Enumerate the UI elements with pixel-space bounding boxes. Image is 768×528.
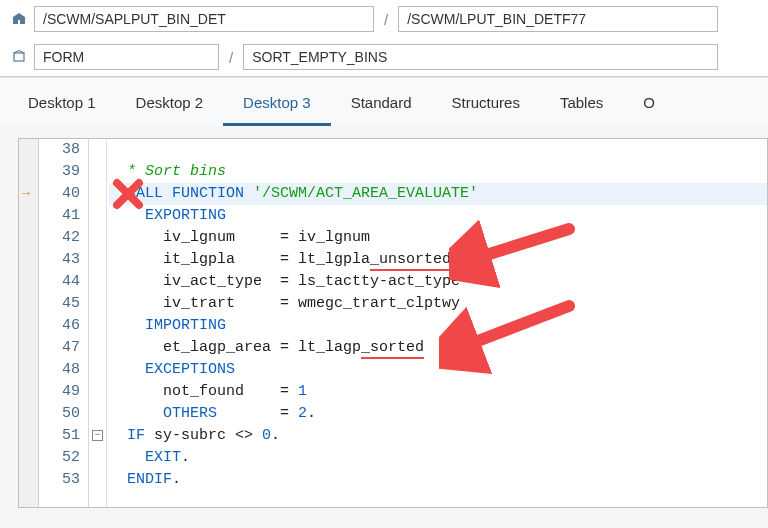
code-column[interactable]: * Sort bins CALL FUNCTION '/SCWM/ACT_ARE…	[107, 139, 767, 507]
code-line[interactable]: CALL FUNCTION '/SCWM/ACT_AREA_EVALUATE'	[109, 183, 767, 205]
code-line[interactable]: IMPORTING	[109, 315, 767, 337]
line-number: 41	[39, 205, 80, 227]
code-line[interactable]: EXCEPTIONS	[109, 359, 767, 381]
tab-structures[interactable]: Structures	[432, 84, 540, 126]
code-editor[interactable]: → 38394041424344454647484950515253 − * S…	[18, 138, 768, 508]
tab-bar: Desktop 1Desktop 2Desktop 3StandardStruc…	[0, 77, 768, 126]
code-line[interactable]: EXIT.	[109, 447, 767, 469]
line-number: 47	[39, 337, 80, 359]
tab-desktop-1[interactable]: Desktop 1	[8, 84, 116, 126]
marker-column: →	[19, 139, 39, 507]
tab-standard[interactable]: Standard	[331, 84, 432, 126]
line-number: 50	[39, 403, 80, 425]
code-line[interactable]	[109, 139, 767, 161]
tab-desktop-3[interactable]: Desktop 3	[223, 84, 331, 126]
svg-rect-0	[14, 53, 24, 61]
line-number: 39	[39, 161, 80, 183]
line-number: 52	[39, 447, 80, 469]
breadcrumb-sep: /	[380, 11, 392, 28]
line-number: 48	[39, 359, 80, 381]
code-line[interactable]: it_lgpla = lt_lgpla_unsorted	[109, 249, 767, 271]
code-line[interactable]: iv_lgnum = iv_lgnum	[109, 227, 767, 249]
line-number: 49	[39, 381, 80, 403]
code-line[interactable]: IF sy-subrc <> 0.	[109, 425, 767, 447]
routine-name-field[interactable]	[243, 44, 718, 70]
breadcrumb-sep-2: /	[225, 49, 237, 66]
fold-toggle-icon[interactable]: −	[92, 430, 103, 441]
tab-tables[interactable]: Tables	[540, 84, 623, 126]
execution-marker-icon: →	[22, 186, 30, 201]
object-icon	[10, 48, 28, 66]
code-line[interactable]: iv_act_type = ls_tactty-act_type	[109, 271, 767, 293]
tab-o[interactable]: O	[623, 84, 675, 126]
line-number: 42	[39, 227, 80, 249]
code-line[interactable]: et_lagp_area = lt_lagp_sorted	[109, 337, 767, 359]
include-field[interactable]	[398, 6, 718, 32]
line-number: 46	[39, 315, 80, 337]
line-number: 45	[39, 293, 80, 315]
breadcrumb-row-1: /	[0, 0, 768, 38]
routine-type-field[interactable]	[34, 44, 219, 70]
code-line[interactable]: EXPORTING	[109, 205, 767, 227]
program-field[interactable]	[34, 6, 374, 32]
code-line[interactable]: not_found = 1	[109, 381, 767, 403]
program-icon	[10, 10, 28, 28]
code-line[interactable]: * Sort bins	[109, 161, 767, 183]
code-line[interactable]: iv_trart = wmegc_trart_clptwy	[109, 293, 767, 315]
line-number: 40	[39, 183, 80, 205]
fold-column: −	[89, 139, 107, 507]
line-number: 43	[39, 249, 80, 271]
line-number: 38	[39, 139, 80, 161]
line-number-column: 38394041424344454647484950515253	[39, 139, 89, 507]
code-line[interactable]: ENDIF.	[109, 469, 767, 491]
code-line[interactable]: OTHERS = 2.	[109, 403, 767, 425]
line-number: 51	[39, 425, 80, 447]
line-number: 44	[39, 271, 80, 293]
header-section: / /	[0, 0, 768, 77]
breadcrumb-row-2: /	[0, 38, 768, 76]
line-number: 53	[39, 469, 80, 491]
tab-desktop-2[interactable]: Desktop 2	[116, 84, 224, 126]
